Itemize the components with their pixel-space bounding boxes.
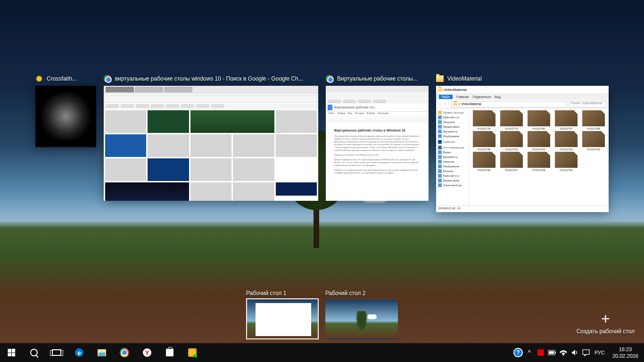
edge-button[interactable]: e [68,343,91,362]
start-button[interactable] [0,343,23,362]
window-thumb-chrome-docs[interactable]: Виртуальные рабочие столы... Виртуальные… [326,74,429,201]
yandex-button[interactable]: Y [136,343,158,362]
svg-point-3 [562,354,564,356]
chrome-icon [104,75,111,82]
window-title: Crossfaith... [47,75,77,82]
status-bar: Элементов: 14 [436,206,609,212]
search-field: Поиск: VideoMaterial [569,101,607,107]
store-button[interactable] [158,343,181,362]
plus-icon: + [577,311,635,326]
new-desktop-button[interactable]: + Создать рабочий стол [577,311,635,335]
file-item[interactable]: P1010790 [471,131,497,151]
edge-icon: e [75,348,83,357]
gdoc-heading: Виртуальные рабочие столы в Windows 10 [334,129,420,132]
volume-tray-icon[interactable] [569,343,580,362]
file-item[interactable]: P1010778 [471,110,497,130]
file-item[interactable]: P1010795 [580,131,607,151]
file-item[interactable]: P1010799 [553,152,579,172]
store-icon [166,349,173,356]
explorer-icon [98,349,106,356]
aimp-button[interactable] [181,343,204,362]
task-view: Crossfaith... виртуальные рабочие столы … [0,0,644,362]
language-indicator[interactable]: РУС [592,350,608,355]
yandex-icon: Y [143,348,151,357]
window-title: виртуальные рабочие столы windows 10 - П… [115,75,303,82]
task-view-icon [52,349,61,356]
svg-rect-4 [583,350,589,354]
aimp-icon [35,75,43,82]
virtual-desktops-row: Рабочий стол 1 Рабочий стол 2 [246,290,398,339]
virtual-desktop-1[interactable]: Рабочий стол 1 [246,290,319,339]
chrome-button[interactable] [113,343,136,362]
file-item[interactable]: P1010792 [498,131,525,151]
chrome-icon [326,75,333,82]
file-item[interactable]: P1010797 [498,152,525,172]
help-tray-icon[interactable]: ? [512,343,524,362]
file-item[interactable]: P1010788 [580,110,607,130]
file-item[interactable]: P1010787 [553,110,579,130]
album-art [35,86,96,147]
window-thumb-aimp[interactable]: Crossfaith... [35,74,96,201]
clock[interactable]: 18:23 20.02.2016 [608,346,643,360]
search-button[interactable] [23,343,45,362]
file-item[interactable]: P1010794 [553,131,579,151]
avira-tray-icon[interactable] [535,343,546,362]
file-item[interactable]: P1010780 [526,110,552,130]
open-windows-row: Crossfaith... виртуальные рабочие столы … [35,74,609,201]
gdoc-title: Виртуальные рабочие сто... [334,106,377,109]
battery-tray-icon[interactable] [546,343,558,362]
window-thumb-chrome-images[interactable]: виртуальные рабочие столы windows 10 - П… [104,74,318,201]
network-tray-icon[interactable] [558,343,569,362]
window-title: VideoMaterial [447,75,482,82]
file-explorer-button[interactable] [91,343,113,362]
aimp-icon [188,348,197,357]
file-item[interactable]: P1010798 [526,152,552,172]
task-view-button[interactable] [45,343,68,362]
taskbar: e Y ? ^ РУС 18:23 20.02.2016 [0,343,644,362]
tray-chevron-icon[interactable]: ^ [524,343,535,362]
folder-icon [436,75,444,82]
window-thumb-explorer[interactable]: VideoMaterial VideoMaterial ФайлГлавнаяП… [436,74,609,201]
window-title: Виртуальные рабочие столы... [337,75,418,82]
chrome-icon [120,348,129,357]
search-icon [30,349,38,356]
virtual-desktop-2[interactable]: Рабочий стол 2 [325,290,398,339]
action-center-icon[interactable] [580,343,592,362]
svg-rect-2 [549,351,554,354]
file-item[interactable]: P1010796 [471,152,497,172]
svg-rect-1 [555,352,556,354]
file-item[interactable]: P1010779 [498,110,525,130]
file-item[interactable]: P1010793 [526,131,552,151]
